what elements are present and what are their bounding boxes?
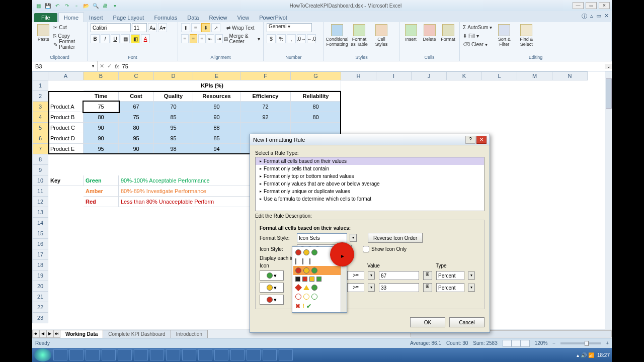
- cell-C7[interactable]: 90: [119, 144, 154, 154]
- cut-button[interactable]: ✂ Cut: [53, 23, 84, 31]
- type-2-combo[interactable]: [436, 283, 464, 292]
- align-right-button[interactable]: ≡: [198, 34, 206, 43]
- paste-button[interactable]: Paste: [35, 23, 51, 43]
- taskbar-app-2[interactable]: [69, 349, 84, 360]
- cell-D3[interactable]: 70: [154, 102, 193, 112]
- cell-A7[interactable]: Product E: [48, 144, 84, 154]
- vertical-scrollbar[interactable]: [605, 71, 612, 329]
- tab-formulas[interactable]: Formulas: [149, 13, 182, 22]
- iconset-option-traffic-unrimmed[interactable]: [293, 266, 346, 275]
- column-header-E[interactable]: E: [193, 71, 240, 80]
- cell-A3[interactable]: Product A: [48, 102, 84, 112]
- zoom-in-button[interactable]: +: [606, 340, 609, 346]
- shrink-font-button[interactable]: A▾: [158, 23, 167, 32]
- tab-insert[interactable]: Insert: [84, 13, 108, 22]
- column-header-D[interactable]: D: [154, 71, 193, 80]
- row-header-9[interactable]: 9: [32, 165, 48, 175]
- sheet-tab-working-data[interactable]: Working Data: [60, 330, 103, 338]
- iconset-option-four-squares[interactable]: [293, 275, 346, 283]
- qat-more-icon[interactable]: ▾: [111, 2, 119, 10]
- row-header-14[interactable]: 14: [32, 218, 48, 228]
- conditional-formatting-button[interactable]: Conditional Formatting: [327, 23, 347, 48]
- row-header-16[interactable]: 16: [32, 239, 48, 249]
- reverse-icon-order-button[interactable]: Reverse Icon Order: [368, 233, 423, 243]
- row-header-4[interactable]: 4: [32, 112, 48, 123]
- format-as-table-button[interactable]: Format as Table: [349, 23, 369, 48]
- tab-view[interactable]: View: [232, 13, 255, 22]
- select-all-corner[interactable]: [32, 71, 48, 80]
- minimize-button[interactable]: —: [573, 2, 584, 9]
- cell-A5[interactable]: Product C: [48, 123, 84, 133]
- cell-C4[interactable]: 75: [119, 112, 154, 123]
- column-header-B[interactable]: B: [84, 71, 119, 80]
- align-middle-button[interactable]: ≡: [191, 23, 200, 32]
- tray-icons[interactable]: ▴ 🔊 📶: [577, 352, 594, 358]
- sheet-tab-complete-dashboard[interactable]: Complete KPI Dashboard: [103, 330, 171, 338]
- cell-B10[interactable]: Green: [84, 175, 119, 186]
- row-header-19[interactable]: 19: [32, 270, 48, 281]
- restore-button[interactable]: ▭: [586, 2, 597, 9]
- column-header-L[interactable]: L: [482, 71, 517, 80]
- format-cells-button[interactable]: Format: [440, 23, 456, 43]
- indent-inc-button[interactable]: ⇥: [215, 34, 223, 43]
- row-header-18[interactable]: 18: [32, 260, 48, 270]
- underline-button[interactable]: U: [111, 34, 120, 43]
- taskbar-app-7[interactable]: [150, 349, 164, 360]
- cancel-formula-icon[interactable]: ✕: [100, 63, 104, 69]
- row-header-15[interactable]: 15: [32, 228, 48, 239]
- cell-E4[interactable]: 90: [193, 112, 240, 123]
- operator-2-combo[interactable]: >=: [347, 283, 364, 292]
- row-header-3[interactable]: 3: [32, 102, 48, 112]
- format-style-combo[interactable]: Icon Sets: [297, 233, 347, 242]
- percent-button[interactable]: %: [277, 34, 286, 43]
- rule-type-item[interactable]: Format only top or bottom ranked values: [256, 172, 484, 180]
- cell-G5[interactable]: [291, 123, 341, 133]
- taskbar-app-9[interactable]: [182, 349, 196, 360]
- sort-filter-button[interactable]: Sort & Filter: [494, 23, 514, 48]
- cell-C5[interactable]: 80: [119, 123, 154, 133]
- type-1-dropdown[interactable]: ▾: [468, 272, 475, 280]
- row-header-10[interactable]: 10: [32, 175, 48, 186]
- open-icon[interactable]: 📂: [82, 2, 90, 10]
- column-header-G[interactable]: G: [291, 71, 341, 80]
- file-tab[interactable]: File: [34, 13, 57, 22]
- save-icon[interactable]: 💾: [44, 2, 52, 10]
- font-name-select[interactable]: [91, 23, 131, 32]
- tab-powerpivot[interactable]: PowerPivot: [254, 13, 292, 22]
- new-icon[interactable]: ▫: [72, 2, 80, 10]
- cell-B7[interactable]: 95: [84, 144, 119, 154]
- grow-font-button[interactable]: A▴: [148, 23, 157, 32]
- formula-input[interactable]: [122, 63, 603, 69]
- tab-review[interactable]: Review: [204, 13, 232, 22]
- row-header-2[interactable]: 2: [32, 91, 48, 102]
- icon-2-swatch[interactable]: ▾: [260, 283, 284, 293]
- cell-styles-button[interactable]: Cell Styles: [371, 23, 391, 48]
- cell-F4[interactable]: 92: [240, 112, 291, 123]
- fx-icon[interactable]: fx: [115, 63, 119, 69]
- column-header-K[interactable]: K: [447, 71, 482, 80]
- taskbar-app-14[interactable]: [263, 349, 277, 360]
- taskbar-app-3[interactable]: [86, 349, 100, 360]
- cell-D6[interactable]: 95: [154, 133, 193, 144]
- rule-type-item[interactable]: Format only cells that contain: [256, 165, 484, 172]
- row-header-20[interactable]: 20: [32, 281, 48, 292]
- row-header-17[interactable]: 17: [32, 249, 48, 260]
- preview-icon[interactable]: 🔍: [92, 2, 100, 10]
- cell-B11[interactable]: Amber: [84, 186, 119, 197]
- cell-G3[interactable]: 80: [291, 102, 341, 112]
- close-button[interactable]: ✕: [599, 2, 610, 9]
- taskbar-app-5[interactable]: [118, 349, 132, 360]
- row-header-12[interactable]: 12: [32, 197, 48, 207]
- column-header-N[interactable]: N: [552, 71, 588, 80]
- row-header-8[interactable]: 8: [32, 154, 48, 165]
- cell-E3[interactable]: 90: [193, 102, 240, 112]
- name-box[interactable]: B3 ▾: [32, 61, 98, 71]
- tray-clock[interactable]: 18:27: [597, 352, 610, 358]
- cell-D2[interactable]: Quality: [154, 91, 193, 102]
- row-header-1[interactable]: 1: [32, 80, 48, 91]
- indent-dec-button[interactable]: ⇤: [207, 34, 214, 43]
- dialog-close-button[interactable]: ✕: [476, 136, 487, 144]
- bold-button[interactable]: B: [91, 34, 100, 43]
- row-header-22[interactable]: 22: [32, 302, 48, 313]
- cell-B4[interactable]: 80: [84, 112, 119, 123]
